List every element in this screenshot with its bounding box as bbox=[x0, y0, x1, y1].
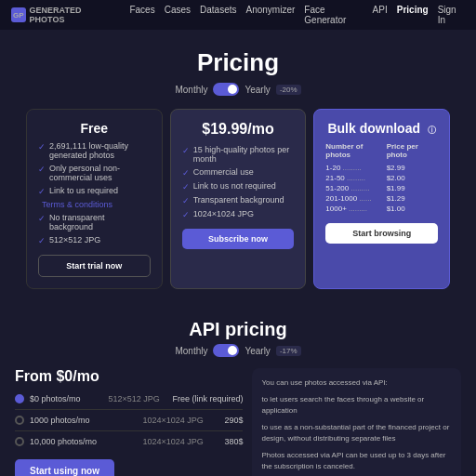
api-info-0: You can use photos accessed via API: bbox=[261, 377, 452, 389]
bulk-row-4-range: 1000+ ......... bbox=[325, 204, 386, 214]
free-plan-card: Free ✓2,691,111 low-quality generated ph… bbox=[26, 109, 163, 289]
yearly-badge: -20% bbox=[276, 85, 301, 95]
api-start-button[interactable]: Start using now bbox=[15, 459, 114, 476]
api-plan-row-1[interactable]: 1000 photos/mo 1024×1024 JPG 290$ bbox=[15, 416, 243, 425]
api-content: From $0/mo $0 photos/mo 476×476 JPG Free… bbox=[15, 368, 461, 476]
table-row: 1000+ ......... $1.00 bbox=[325, 204, 438, 214]
api-info-1: to let users search the faces through a … bbox=[261, 394, 452, 416]
free-plan-cta[interactable]: Start trial now bbox=[38, 255, 151, 277]
api-info-2: to use as a non-substantial part of the … bbox=[261, 422, 452, 444]
check-icon: ✓ bbox=[182, 210, 190, 219]
table-row: 21-50 ......... $2.00 bbox=[325, 173, 438, 183]
bulk-row-3-range: 201-1000 ...... bbox=[325, 193, 386, 204]
free-feature-4: ✓No transparent background bbox=[38, 213, 151, 231]
bulk-row-4-price: $1.00 bbox=[387, 204, 438, 214]
api-plan-radio-1[interactable] bbox=[15, 416, 24, 425]
bulk-row-3-price: $1.29 bbox=[387, 193, 438, 204]
api-divider bbox=[15, 430, 243, 431]
table-row: 51-200 ......... $1.99 bbox=[325, 183, 438, 193]
bulk-plan-card: Bulk download ⓘ Number of photos Price p… bbox=[313, 109, 450, 289]
bulk-header-price: Price per photo bbox=[387, 142, 438, 163]
free-feature-3: Terms & conditions bbox=[38, 200, 151, 209]
logo-text: GENERATED PHOTOS bbox=[30, 6, 117, 24]
navbar: GP GENERATED PHOTOS Faces Cases Datasets… bbox=[0, 0, 476, 30]
table-row: 201-1000 ...... $1.29 bbox=[325, 193, 438, 204]
api-section: API pricing Monthly Yearly -17% From $0/… bbox=[0, 304, 476, 476]
toggle-knob bbox=[228, 85, 237, 94]
api-plan-row-0[interactable]: $0 photos/mo 476×476 JPG Free (link requ… bbox=[15, 394, 243, 403]
api-plan-label-0: $0 photos/mo bbox=[30, 394, 96, 403]
free-feature-1: ✓Only personal non-commercial uses bbox=[38, 164, 151, 182]
api-divider bbox=[15, 409, 243, 410]
api-plans: From $0/mo $0 photos/mo 476×476 JPG Free… bbox=[15, 368, 243, 476]
free-plan-title: Free bbox=[38, 121, 151, 136]
free-feature-5: ✓476×476 JPG bbox=[38, 235, 151, 245]
api-plan-row-2[interactable]: 10,000 photos/mo 1024×1024 JPG 380$ bbox=[15, 437, 243, 446]
free-feature-0: ✓2,691,111 low-quality generated photos bbox=[38, 141, 151, 160]
api-plan-radio-0[interactable] bbox=[15, 394, 24, 403]
pro-feature-4: ✓1024×1024 JPG bbox=[182, 209, 295, 219]
nav-right: Pricing Sign In bbox=[397, 5, 465, 25]
bulk-row-0-range: 1-20 ......... bbox=[325, 163, 386, 173]
nav-anonymizer[interactable]: Anonymizer bbox=[245, 5, 295, 25]
nav-datasets[interactable]: Datasets bbox=[200, 5, 236, 25]
nav-links: Faces Cases Datasets Anonymizer Face Gen… bbox=[129, 5, 387, 25]
free-feature-2: ✓Link to us required bbox=[38, 186, 151, 196]
api-info-3: Photos accessed via API can be used up t… bbox=[261, 450, 452, 472]
pro-plan-features: ✓15 high-quality photos per month ✓Comme… bbox=[182, 145, 295, 219]
pro-feature-2: ✓Link to us not required bbox=[182, 181, 295, 192]
logo[interactable]: GP GENERATED PHOTOS bbox=[11, 6, 116, 24]
bulk-plan-cta[interactable]: Start browsing bbox=[325, 223, 438, 244]
nav-signin[interactable]: Sign In bbox=[438, 5, 465, 25]
pro-feature-0: ✓15 high-quality photos per month bbox=[182, 145, 295, 164]
api-plan-size-2: 1024×1024 JPG bbox=[127, 437, 219, 446]
api-billing-toggle: Monthly Yearly -17% bbox=[15, 344, 461, 357]
check-icon: ✓ bbox=[182, 196, 190, 205]
monthly-label: Monthly bbox=[175, 85, 207, 95]
check-icon: ✓ bbox=[38, 214, 46, 223]
check-icon: ✓ bbox=[38, 187, 46, 196]
free-plan-features: ✓2,691,111 low-quality generated photos … bbox=[38, 141, 151, 245]
nav-api[interactable]: API bbox=[373, 5, 388, 25]
check-icon: ✓ bbox=[38, 142, 46, 152]
api-yearly-badge: -17% bbox=[276, 346, 301, 356]
api-pricing-title: API pricing bbox=[15, 319, 461, 340]
api-plan-price-2: 380$ bbox=[224, 437, 243, 446]
api-plan-label-1: 1000 photos/mo bbox=[30, 416, 122, 425]
pro-plan-cta[interactable]: Subscribe now bbox=[182, 229, 295, 249]
check-icon: ✓ bbox=[38, 236, 46, 245]
api-plan-price-0: Free (link required) bbox=[172, 394, 243, 403]
bulk-info-icon: ⓘ bbox=[428, 126, 436, 135]
api-plan-price-1: 290$ bbox=[224, 416, 243, 425]
plan-cards: Free ✓2,691,111 low-quality generated ph… bbox=[15, 109, 461, 289]
billing-toggle: Monthly Yearly -20% bbox=[15, 83, 461, 96]
api-from-title: From $0/mo bbox=[15, 368, 243, 385]
pro-plan-card: $19.99/mo ✓15 high-quality photos per mo… bbox=[170, 109, 307, 289]
bulk-row-1-range: 21-50 ......... bbox=[325, 173, 386, 183]
bulk-table: Number of photos Price per photo 1-20 ..… bbox=[325, 142, 438, 214]
check-icon: ✓ bbox=[182, 146, 190, 155]
api-monthly-label: Monthly bbox=[175, 346, 207, 356]
nav-faces[interactable]: Faces bbox=[129, 5, 154, 25]
logo-icon: GP bbox=[11, 7, 26, 22]
bulk-header-photos: Number of photos bbox=[325, 142, 386, 163]
api-plan-radio-2[interactable] bbox=[15, 437, 24, 446]
nav-cases[interactable]: Cases bbox=[165, 5, 191, 25]
nav-face-generator[interactable]: Face Generator bbox=[304, 5, 363, 25]
check-icon: ✓ bbox=[182, 168, 190, 178]
bulk-plan-title: Bulk download ⓘ bbox=[325, 121, 438, 137]
pro-feature-1: ✓Commercial use bbox=[182, 167, 295, 178]
bulk-row-1-price: $2.00 bbox=[387, 173, 438, 183]
nav-pricing[interactable]: Pricing bbox=[397, 5, 429, 25]
billing-toggle-switch[interactable] bbox=[213, 83, 239, 96]
yearly-label: Yearly bbox=[245, 85, 270, 95]
api-info-panel: You can use photos accessed via API: to … bbox=[252, 368, 461, 476]
pricing-section: Pricing Monthly Yearly -20% Free ✓2,691,… bbox=[0, 30, 476, 304]
pricing-title: Pricing bbox=[15, 48, 461, 77]
bulk-row-2-range: 51-200 ......... bbox=[325, 183, 386, 193]
api-toggle-knob bbox=[228, 346, 237, 355]
check-icon: ✓ bbox=[182, 182, 190, 192]
api-billing-switch[interactable] bbox=[213, 344, 239, 357]
table-row: 1-20 ......... $2.99 bbox=[325, 163, 438, 173]
api-plan-size-0: 476×476 JPG bbox=[101, 394, 167, 403]
